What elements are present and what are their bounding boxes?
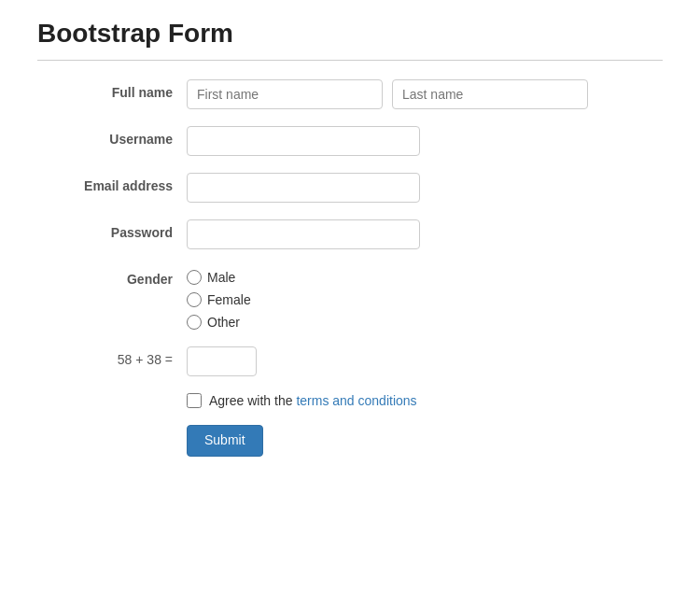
captcha-group: 58 + 38 = — [37, 346, 663, 376]
password-label: Password — [37, 219, 187, 240]
captcha-controls — [187, 346, 663, 376]
email-input[interactable] — [187, 173, 420, 203]
captcha-label: 58 + 38 = — [37, 346, 187, 367]
email-controls — [187, 173, 663, 203]
email-label: Email address — [37, 173, 187, 193]
username-group: Username — [37, 126, 663, 156]
terms-label: Agree with the terms and conditions — [209, 393, 417, 408]
divider — [37, 60, 663, 61]
password-controls — [187, 219, 663, 249]
password-group: Password — [37, 219, 663, 249]
gender-female-option[interactable]: Female — [187, 292, 251, 307]
terms-group: Agree with the terms and conditions — [37, 393, 663, 408]
username-label: Username — [37, 126, 187, 147]
submit-group: Submit — [37, 425, 663, 457]
submit-button[interactable]: Submit — [187, 425, 263, 457]
gender-male-label: Male — [207, 270, 235, 285]
lastname-input[interactable] — [392, 79, 588, 109]
captcha-input[interactable] — [187, 346, 257, 376]
terms-link[interactable]: terms and conditions — [296, 393, 416, 408]
page-title: Bootstrap Form — [37, 19, 663, 49]
fullname-label: Full name — [37, 79, 187, 100]
gender-male-option[interactable]: Male — [187, 270, 251, 285]
fullname-group: Full name — [37, 79, 663, 109]
gender-male-radio[interactable] — [187, 270, 202, 285]
firstname-input[interactable] — [187, 79, 383, 109]
gender-other-radio[interactable] — [187, 315, 202, 330]
terms-checkbox[interactable] — [187, 393, 202, 408]
fullname-controls — [187, 79, 663, 109]
gender-options: Male Female Other — [187, 266, 251, 330]
username-input[interactable] — [187, 126, 420, 156]
username-controls — [187, 126, 663, 156]
gender-female-label: Female — [207, 292, 251, 307]
bootstrap-form: Full name Username Email address Passwor… — [37, 79, 663, 457]
gender-other-label: Other — [207, 315, 240, 330]
password-input[interactable] — [187, 219, 420, 249]
gender-other-option[interactable]: Other — [187, 315, 251, 330]
gender-female-radio[interactable] — [187, 292, 202, 307]
email-group: Email address — [37, 173, 663, 203]
page-container: Bootstrap Form Full name Username Email … — [0, 0, 700, 475]
gender-label: Gender — [37, 266, 187, 287]
gender-group: Gender Male Female Other — [37, 266, 663, 330]
